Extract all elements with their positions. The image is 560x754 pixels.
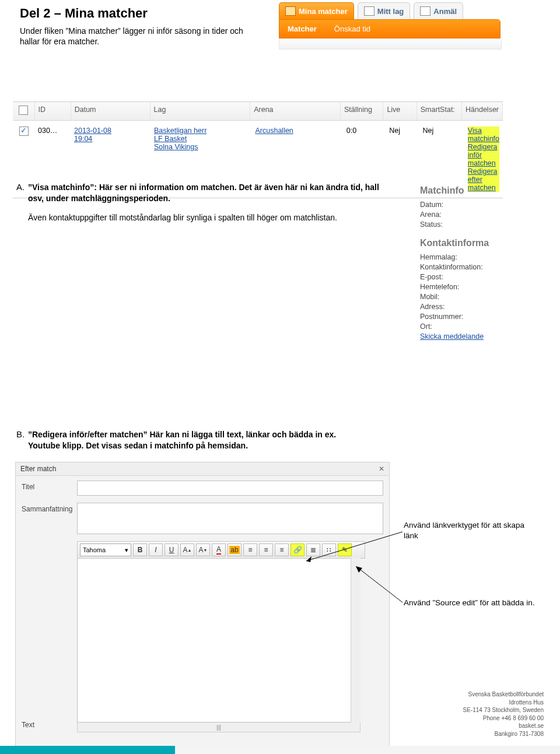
- font-decrease-button[interactable]: A▼: [196, 543, 210, 556]
- bottom-color-bar: [0, 746, 560, 754]
- tab-mitt-lag[interactable]: Mitt lag: [358, 2, 411, 19]
- cell-live: Nej: [386, 124, 419, 194]
- titel-input[interactable]: [77, 481, 383, 496]
- team2-link[interactable]: Solna Vikings: [154, 143, 249, 151]
- subtab-onskad-tid[interactable]: Önskad tid: [334, 24, 370, 33]
- italic-button[interactable]: I: [149, 543, 163, 556]
- svg-line-0: [306, 532, 402, 561]
- svg-line-2: [356, 566, 402, 602]
- editor-dialog: Efter match ✕ Titel Sammanfattning Tahom…: [15, 462, 390, 754]
- col-stallning: Ställning: [341, 102, 383, 120]
- callout-link-tool: Använd länkverktyget för att skapa länk: [404, 520, 538, 541]
- label-adress: Adress:: [420, 303, 508, 311]
- font-increase-button[interactable]: A▲: [180, 543, 194, 556]
- arrow-to-link-button: [303, 531, 405, 566]
- sub-tab-bar: Matcher Önskad tid: [279, 19, 501, 38]
- league-link[interactable]: Basketligan herr: [154, 127, 249, 135]
- tab-anmal[interactable]: Anmäl: [414, 2, 463, 19]
- list-icon: [364, 6, 374, 16]
- col-id: ID: [35, 102, 71, 120]
- font-select[interactable]: Tahoma▾: [80, 543, 131, 556]
- col-live: Live: [383, 102, 416, 120]
- match-date-link[interactable]: 2013-01-08: [74, 127, 147, 135]
- svg-marker-1: [306, 556, 312, 562]
- font-color-button[interactable]: A: [212, 543, 226, 556]
- cell-smart: Nej: [419, 124, 464, 194]
- label-sammanfattning: Sammanfattning: [22, 503, 77, 513]
- page-footer: Svenska Basketbollförbundet Idrottens Hu…: [463, 690, 544, 738]
- col-lag: Lag: [150, 102, 251, 120]
- redigera-infor-link[interactable]: Redigera inför: [468, 143, 499, 159]
- highlight-button[interactable]: ab: [228, 543, 242, 556]
- col-handelser: Händelser: [462, 102, 503, 120]
- label-kontaktinfo: Kontaktinformation:: [420, 263, 508, 271]
- close-icon[interactable]: ✕: [379, 465, 384, 473]
- team1-link[interactable]: LF Basket: [154, 135, 249, 143]
- label-datum: Datum:: [420, 201, 508, 209]
- kontakt-heading: Kontaktinforma: [420, 238, 508, 248]
- label-status: Status:: [420, 220, 508, 229]
- callout-source-edit: Använd ”Source edit” för att bädda in.: [404, 598, 538, 608]
- matchinfo-heading: Matchinfo: [420, 185, 508, 196]
- section-a-text: ”Visa matchinfo”: Här ser ni information…: [28, 182, 390, 232]
- sammanfattning-input[interactable]: [77, 503, 383, 534]
- tab-nav-screenshot: Mina matcher Mitt lag Anmäl Matcher Önsk…: [279, 2, 501, 50]
- calendar-icon: [285, 6, 296, 16]
- redigera-efter-link[interactable]: Redigera efter: [468, 167, 499, 184]
- underline-button[interactable]: U: [164, 543, 178, 556]
- align-right-button[interactable]: ≡: [275, 543, 289, 556]
- align-left-button[interactable]: ≡: [243, 543, 257, 556]
- chevron-down-icon: ▾: [125, 546, 128, 554]
- header-checkbox[interactable]: [19, 106, 28, 115]
- label-epost: E-post:: [420, 273, 508, 281]
- arena-link[interactable]: Arcushallen: [256, 127, 293, 135]
- svg-marker-3: [356, 566, 362, 573]
- section-b-text: ”Redigera inför/efter matchen” Här kan n…: [28, 429, 355, 451]
- col-datum: Datum: [71, 102, 150, 120]
- arrow-to-source-button: [353, 564, 405, 605]
- tab-mina-matcher[interactable]: Mina matcher: [279, 2, 354, 19]
- align-center-button[interactable]: ≡: [259, 543, 273, 556]
- label-arena: Arena:: [420, 211, 508, 219]
- table-header: ID Datum Lag Arena Ställning Live SmartS…: [13, 102, 503, 121]
- form-icon: [420, 6, 430, 16]
- label-hemtelefon: Hemtelefon:: [420, 283, 508, 291]
- visa-matchinfo-link[interactable]: Visa matchinfo: [468, 127, 499, 143]
- intro-text: Under fliken ”Mina matcher” lägger ni in…: [20, 26, 265, 47]
- col-smartstats: SmartStat:: [417, 102, 462, 120]
- label-text: Text: [22, 546, 77, 729]
- label-titel: Titel: [22, 481, 77, 491]
- label-ort: Ort:: [420, 322, 508, 331]
- col-arena: Arena: [250, 102, 341, 120]
- list-letter-b: B.: [16, 429, 24, 439]
- match-time-link[interactable]: 19:04: [74, 135, 147, 143]
- list-letter-a: A.: [16, 182, 24, 192]
- bold-button[interactable]: B: [133, 543, 147, 556]
- text-editor-area[interactable]: [77, 559, 360, 723]
- matchinfo-sidebar: Matchinfo Datum: Arena: Status: Kontakti…: [420, 185, 508, 342]
- label-hemmalag: Hemmalag:: [420, 253, 508, 261]
- editor-title: Efter match: [20, 465, 56, 473]
- link-button[interactable]: 🔗: [290, 543, 304, 556]
- label-postnummer: Postnummer:: [420, 313, 508, 321]
- skicka-meddelande-link[interactable]: Skicka meddelande: [420, 332, 484, 341]
- row-checkbox[interactable]: [19, 127, 29, 136]
- cell-handelser: Visa matchinfo Redigera inför matchen Re…: [464, 124, 503, 194]
- subtab-matcher[interactable]: Matcher: [288, 24, 317, 33]
- label-mobil: Mobil:: [420, 293, 508, 301]
